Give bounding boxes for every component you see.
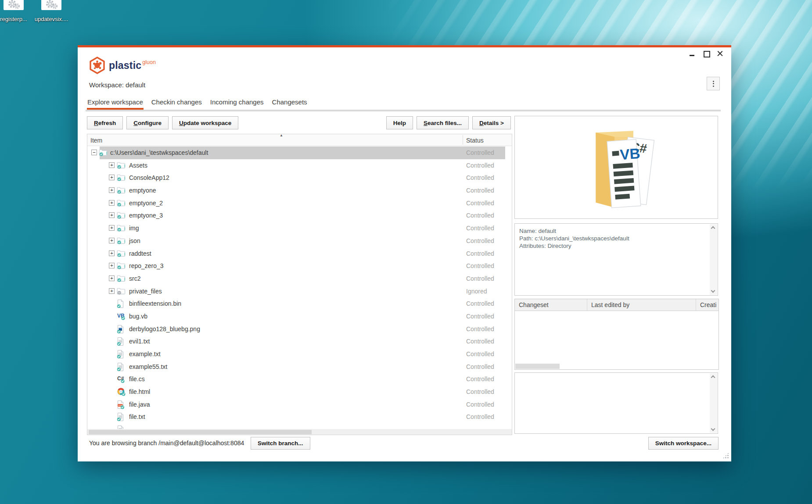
tree-row[interactable]: example55.txtControlled (87, 361, 512, 373)
expand-toggle-icon[interactable]: + (109, 250, 115, 256)
folder-controlled-icon (117, 261, 126, 271)
svg-text:VB: VB (619, 145, 640, 162)
tree-row[interactable]: + ConsoleApp12Controlled (87, 172, 512, 184)
search-files-button[interactable]: Search files... (417, 116, 469, 129)
column-header-item[interactable]: Item (90, 137, 102, 144)
close-button[interactable] (716, 50, 724, 57)
refresh-button[interactable]: Refresh (87, 116, 123, 129)
tree-row[interactable]: − c:\Users\dani_\testwkspaces\defaultCon… (87, 147, 512, 159)
scroll-down-icon[interactable] (711, 289, 715, 293)
file-text-icon (117, 362, 126, 372)
more-options-button[interactable] (707, 77, 720, 90)
expand-toggle-icon[interactable]: + (109, 263, 115, 268)
scrollbar-thumb[interactable] (89, 430, 312, 434)
tree-row[interactable]: C# file.csControlled (87, 373, 512, 386)
tab-explore-workspace[interactable]: Explore workspace (87, 98, 144, 110)
scroll-down-icon[interactable] (711, 427, 715, 431)
item-status: Controlled (466, 187, 494, 194)
gear-app-icon (4, 0, 24, 10)
item-name: json (129, 237, 140, 244)
tab-bar: Explore workspace Checkin changes Incomi… (87, 98, 308, 110)
tree-row[interactable]: + repo_zero_3Controlled (87, 260, 512, 272)
expand-toggle-icon[interactable]: + (109, 288, 115, 294)
item-name: repo_zero_3 (129, 262, 164, 269)
item-status: Controlled (466, 401, 494, 408)
item-status: Controlled (466, 350, 494, 357)
tree-row[interactable]: + src2Controlled (87, 272, 512, 285)
brand-name: plastic (109, 60, 141, 71)
file-cs-icon: C# (117, 375, 126, 384)
column-header-last-edited-by[interactable]: Last edited by (587, 299, 696, 311)
tree-horizontal-scrollbar[interactable] (87, 429, 512, 435)
help-button[interactable]: Help (386, 116, 413, 129)
file-text-icon (117, 412, 126, 422)
tree-row[interactable] (87, 423, 512, 429)
tab-strip-underline (86, 110, 721, 111)
folder-controlled-icon (117, 236, 126, 246)
desktop-icon-label: registerp... (0, 16, 35, 22)
changeset-table: Changeset Last edited by Creati (514, 299, 719, 370)
item-name: src2 (129, 275, 140, 282)
update-workspace-button[interactable]: Update workspace (172, 116, 238, 129)
switch-branch-button[interactable]: Switch branch... (251, 437, 310, 450)
tree-row[interactable]: derbylogo128_bluebg.pngControlled (87, 323, 512, 336)
details-button[interactable]: Details > (472, 116, 511, 129)
tree-row[interactable]: file.javaControlled (87, 398, 512, 411)
tree-row[interactable]: file.htmlControlled (87, 386, 512, 398)
column-header-creation-date[interactable]: Creati (696, 299, 719, 311)
desktop-background: registerp... updatevsix.... (0, 0, 812, 504)
tab-changesets[interactable]: Changesets (272, 98, 308, 110)
folder-controlled-icon (117, 211, 126, 220)
tree-row[interactable]: + private_filesIgnored (87, 285, 512, 298)
collapse-toggle-icon[interactable]: − (91, 150, 97, 155)
tree-row[interactable]: + emptyone_2Controlled (87, 197, 512, 210)
item-name: emptyone_3 (129, 212, 163, 219)
tree-row[interactable]: file.txtControlled (87, 411, 512, 423)
expand-toggle-icon[interactable]: + (109, 225, 115, 231)
tree-row[interactable]: + emptyone_3Controlled (87, 209, 512, 222)
tree-row[interactable]: evil1.txtControlled (87, 335, 512, 348)
tab-incoming-changes[interactable]: Incoming changes (210, 98, 264, 110)
expand-toggle-icon[interactable]: + (109, 275, 115, 281)
expand-toggle-icon[interactable]: + (109, 187, 115, 193)
item-status: Controlled (466, 250, 494, 257)
maximize-button[interactable] (702, 50, 710, 57)
item-status: Controlled (466, 375, 494, 382)
minimize-button[interactable] (688, 50, 696, 57)
scroll-up-icon[interactable] (711, 226, 715, 231)
tree-row[interactable]: + jsonControlled (87, 235, 512, 247)
column-header-status[interactable]: Status (466, 137, 484, 144)
expand-toggle-icon[interactable]: + (109, 200, 115, 206)
file-html-icon (117, 387, 126, 397)
tree-row[interactable]: + emptyoneControlled (87, 184, 512, 197)
window-resize-grip[interactable] (722, 452, 729, 459)
tree-row[interactable]: VB bug.vbControlled (87, 310, 512, 323)
tree-row[interactable]: + AssetsControlled (87, 159, 512, 172)
configure-button[interactable]: Configure (126, 116, 169, 129)
scroll-up-icon[interactable] (711, 375, 715, 380)
comments-vertical-scrollbar[interactable] (710, 373, 717, 433)
switch-workspace-button[interactable]: Switch workspace... (648, 437, 719, 450)
changeset-table-header: Changeset Last edited by Creati (515, 299, 719, 311)
tree-row[interactable]: binfileextension.binControlled (87, 297, 512, 310)
file-java-icon (117, 400, 126, 409)
file-text-icon (117, 337, 126, 346)
expand-toggle-icon[interactable]: + (109, 175, 115, 180)
column-header-changeset[interactable]: Changeset (515, 299, 587, 311)
item-name: c:\Users\dani_\testwkspaces\default (110, 149, 208, 156)
item-info-box: Name: default Path: c:\Users\dani_\testw… (514, 223, 718, 296)
expand-toggle-icon[interactable]: + (109, 212, 115, 218)
expand-toggle-icon[interactable]: + (109, 238, 115, 243)
expand-toggle-icon[interactable]: + (109, 162, 115, 168)
item-status: Controlled (466, 200, 494, 207)
changeset-horizontal-scrollbar-thumb[interactable] (515, 364, 560, 369)
tree-row[interactable]: + imgControlled (87, 222, 512, 235)
tree-row[interactable]: example.txtControlled (87, 348, 512, 361)
item-name: derbylogo128_bluebg.png (129, 325, 200, 332)
tree-row[interactable]: + raddtestControlled (87, 247, 512, 260)
item-status: Controlled (466, 225, 494, 232)
item-status: Controlled (466, 388, 494, 395)
info-vertical-scrollbar[interactable] (710, 224, 717, 295)
info-attributes: Attributes: Directory (519, 242, 706, 250)
tab-checkin-changes[interactable]: Checkin changes (151, 98, 202, 110)
